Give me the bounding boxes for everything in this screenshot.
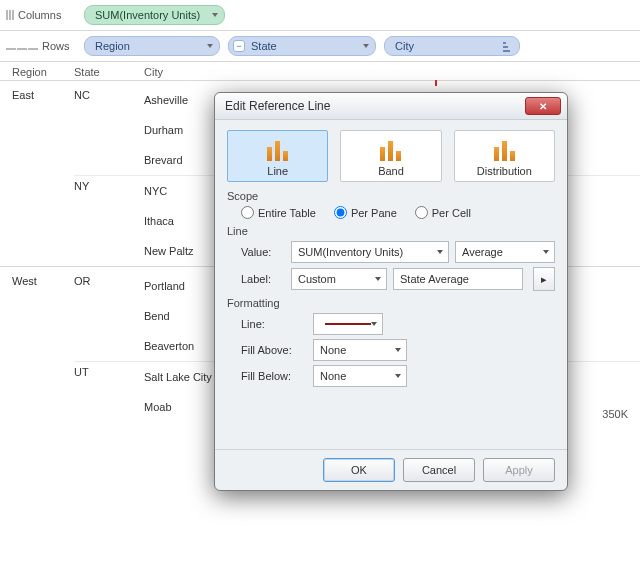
scope-section: Scope Entire Table Per Pane Per Cell <box>227 190 555 219</box>
line-chart-icon <box>261 137 295 161</box>
value-field-combo[interactable]: SUM(Inventory Units) <box>291 241 449 263</box>
input-value: State Average <box>400 273 469 285</box>
chevron-down-icon <box>395 348 401 352</box>
radio-label: Entire Table <box>258 207 316 219</box>
type-card-distribution[interactable]: Distribution <box>454 130 555 182</box>
line-section: Line Value: SUM(Inventory Units) Average… <box>227 225 555 291</box>
fill-below-combo[interactable]: None <box>313 365 407 387</box>
band-chart-icon <box>374 137 408 161</box>
type-label: Band <box>378 165 404 177</box>
modal-overlay: Edit Reference Line ✕ Line Band Distribu… <box>0 0 640 567</box>
line-style-combo[interactable] <box>313 313 383 335</box>
type-card-band[interactable]: Band <box>340 130 441 182</box>
type-card-line[interactable]: Line <box>227 130 328 182</box>
formatting-title: Formatting <box>227 297 555 309</box>
chevron-down-icon <box>437 250 443 254</box>
distribution-chart-icon <box>487 137 521 161</box>
format-line-label: Line: <box>241 318 307 330</box>
dialog-footer: OK Cancel Apply <box>215 449 567 490</box>
close-icon: ✕ <box>539 101 547 112</box>
scope-entire-table[interactable]: Entire Table <box>241 206 316 219</box>
combo-value: Average <box>462 246 503 258</box>
dialog-title: Edit Reference Line <box>225 99 525 113</box>
cancel-button[interactable]: Cancel <box>403 458 475 482</box>
label-insert-button[interactable]: ▸ <box>533 267 555 291</box>
fill-below-label: Fill Below: <box>241 370 307 382</box>
label-label: Label: <box>241 273 285 285</box>
label-mode-combo[interactable]: Custom <box>291 268 387 290</box>
button-label: Cancel <box>422 464 456 476</box>
combo-value: Custom <box>298 273 336 285</box>
apply-button[interactable]: Apply <box>483 458 555 482</box>
value-aggregation-combo[interactable]: Average <box>455 241 555 263</box>
label-text-input[interactable]: State Average <box>393 268 523 290</box>
chevron-down-icon <box>375 277 381 281</box>
fill-above-label: Fill Above: <box>241 344 307 356</box>
edit-reference-line-dialog: Edit Reference Line ✕ Line Band Distribu… <box>214 92 568 491</box>
radio-label: Per Pane <box>351 207 397 219</box>
scope-per-cell[interactable]: Per Cell <box>415 206 471 219</box>
caret-right-icon: ▸ <box>541 273 547 286</box>
scope-per-pane[interactable]: Per Pane <box>334 206 397 219</box>
scope-title: Scope <box>227 190 555 202</box>
reference-type-selector: Line Band Distribution <box>227 130 555 182</box>
value-label: Value: <box>241 246 285 258</box>
button-label: Apply <box>505 464 533 476</box>
chevron-down-icon <box>543 250 549 254</box>
type-label: Line <box>267 165 288 177</box>
combo-value: SUM(Inventory Units) <box>298 246 403 258</box>
line-preview-icon <box>325 323 371 325</box>
chevron-down-icon <box>395 374 401 378</box>
close-button[interactable]: ✕ <box>525 97 561 115</box>
ok-button[interactable]: OK <box>323 458 395 482</box>
line-title: Line <box>227 225 555 237</box>
fill-above-combo[interactable]: None <box>313 339 407 361</box>
dialog-titlebar[interactable]: Edit Reference Line ✕ <box>215 93 567 120</box>
button-label: OK <box>351 464 367 476</box>
radio-label: Per Cell <box>432 207 471 219</box>
chevron-down-icon <box>371 322 377 326</box>
formatting-section: Formatting Line: Fill Above: None Fill B… <box>227 297 555 387</box>
type-label: Distribution <box>477 165 532 177</box>
combo-value: None <box>320 344 346 356</box>
combo-value: None <box>320 370 346 382</box>
